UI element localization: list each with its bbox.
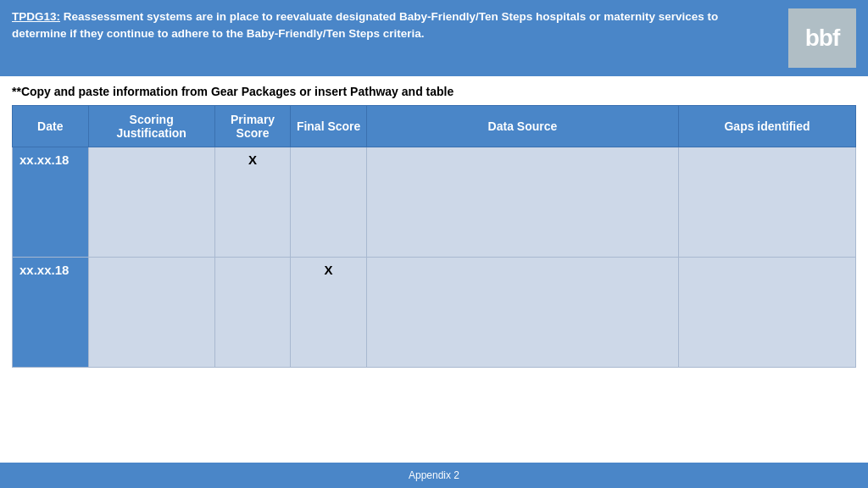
row2-datasource (366, 258, 678, 368)
col-header-gaps: Gaps identified (679, 106, 856, 147)
row2-date: xx.xx.18 (13, 258, 89, 368)
row1-gaps (679, 147, 856, 258)
col-header-date: Date (13, 106, 89, 147)
logo-text: bbf (805, 25, 840, 52)
instruction-text: **Copy and paste information from Gear P… (0, 76, 868, 105)
col-header-final: Final Score (291, 106, 367, 147)
header-banner: TPDG13: Reassessment systems are in plac… (0, 0, 868, 76)
data-table: Date Scoring Justification Primary Score… (12, 105, 856, 368)
col-header-scoring: Scoring Justification (88, 106, 214, 147)
row1-scoring (88, 147, 214, 258)
row1-primary: X (214, 147, 291, 258)
code-label: TPDG13: (12, 10, 60, 23)
main-table-container: Date Scoring Justification Primary Score… (0, 105, 868, 368)
row2-final: X (291, 258, 367, 368)
header-description: Reassessment systems are in place to ree… (12, 10, 718, 40)
row2-primary (214, 258, 291, 368)
table-header-row: Date Scoring Justification Primary Score… (13, 106, 856, 147)
header-text: TPDG13: Reassessment systems are in plac… (12, 8, 741, 43)
row1-datasource (366, 147, 678, 258)
footer-text: Appendix 2 (409, 469, 459, 481)
row2-gaps (679, 258, 856, 368)
col-header-datasource: Data Source (366, 106, 678, 147)
logo-area: bbf (788, 8, 856, 68)
row2-scoring (88, 258, 214, 368)
col-header-primary: Primary Score (214, 106, 291, 147)
row1-final (291, 147, 367, 258)
table-row: xx.xx.18 X (13, 147, 856, 258)
row1-date: xx.xx.18 (13, 147, 89, 258)
table-row: xx.xx.18 X (13, 258, 856, 368)
footer: Appendix 2 (0, 463, 868, 488)
